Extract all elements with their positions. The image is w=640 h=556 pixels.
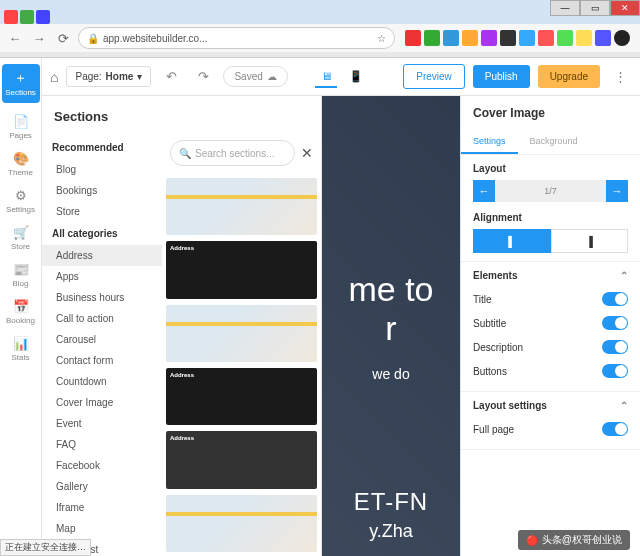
chevron-up-icon[interactable]: ⌃ (620, 400, 628, 411)
sections-list: RecommendedBlogBookingsStoreAll categori… (42, 136, 162, 556)
back-icon[interactable]: ← (6, 29, 24, 47)
ext-icon[interactable] (424, 30, 440, 46)
search-input[interactable]: 🔍 Search sections... (170, 140, 295, 166)
mobile-icon[interactable]: 📱 (345, 66, 367, 88)
rail-icon: 🎨 (13, 150, 29, 166)
section-item[interactable]: Address (42, 245, 162, 266)
section-item[interactable]: Map (42, 518, 162, 539)
section-item[interactable]: Store (42, 201, 162, 222)
section-item[interactable]: Apps (42, 266, 162, 287)
ext-icon[interactable] (405, 30, 421, 46)
preview-card[interactable] (166, 495, 317, 552)
layout-next-button[interactable]: → (606, 180, 628, 202)
ext-icon[interactable] (443, 30, 459, 46)
tab-settings[interactable]: Settings (461, 130, 518, 154)
win-min[interactable]: — (550, 0, 580, 16)
logo-icon: 🔴 (526, 535, 538, 546)
ext-icon[interactable] (481, 30, 497, 46)
ext-icon[interactable] (576, 30, 592, 46)
section-item[interactable]: Carousel (42, 329, 162, 350)
rail-icon: 📅 (13, 298, 29, 314)
avatar-icon[interactable] (614, 30, 630, 46)
rail-item-stats[interactable]: 📊Stats (2, 335, 40, 362)
element-toggle[interactable] (602, 364, 628, 378)
rail-item-theme[interactable]: 🎨Theme (2, 150, 40, 177)
section-item[interactable]: Cover Image (42, 392, 162, 413)
element-label: Buttons (473, 366, 507, 377)
rail-item-sections[interactable]: ＋Sections (2, 64, 40, 103)
fullpage-toggle[interactable] (602, 422, 628, 436)
section-item[interactable]: FAQ (42, 434, 162, 455)
saved-indicator[interactable]: Saved ☁ (223, 66, 287, 87)
rail-item-settings[interactable]: ⚙Settings (2, 187, 40, 214)
chevron-up-icon[interactable]: ⌃ (620, 270, 628, 281)
ext-icon[interactable] (538, 30, 554, 46)
section-item[interactable]: Business hours (42, 287, 162, 308)
section-item[interactable]: Countdown (42, 371, 162, 392)
preview-card[interactable] (166, 305, 317, 362)
align-left-button[interactable]: ▌ (473, 229, 551, 253)
element-toggle[interactable] (602, 340, 628, 354)
tab-background[interactable]: Background (518, 130, 590, 154)
sections-title: Sections (42, 96, 321, 136)
ext-icon[interactable] (595, 30, 611, 46)
ext-icon[interactable] (557, 30, 573, 46)
reload-icon[interactable]: ⟳ (54, 29, 72, 47)
section-item[interactable]: Event (42, 413, 162, 434)
fullpage-label: Full page (473, 424, 514, 435)
bookmark-icon[interactable] (36, 10, 50, 24)
close-icon[interactable]: ✕ (301, 145, 313, 161)
preview-card[interactable]: Address (166, 431, 317, 489)
rail-item-blog[interactable]: 📰Blog (2, 261, 40, 288)
win-max[interactable]: ▭ (580, 0, 610, 16)
section-item[interactable]: Facebook (42, 455, 162, 476)
win-close[interactable]: ✕ (610, 0, 640, 16)
section-item[interactable]: Gallery (42, 476, 162, 497)
publish-button[interactable]: Publish (473, 65, 530, 88)
address-bar[interactable]: 🔒 app.websitebuilder.co... ☆ (78, 27, 395, 49)
layout-prev-button[interactable]: ← (473, 180, 495, 202)
ext-icon[interactable] (462, 30, 478, 46)
preview-card[interactable]: Address (166, 368, 317, 426)
section-item[interactable]: Bookings (42, 180, 162, 201)
align-center-button[interactable]: ▐ (551, 229, 629, 253)
rail-icon: ⚙ (13, 187, 29, 203)
rail-item-booking[interactable]: 📅Booking (2, 298, 40, 325)
lock-icon: 🔒 (87, 33, 99, 44)
star-icon[interactable]: ☆ (377, 33, 386, 44)
search-placeholder: Search sections... (195, 148, 274, 159)
section-item[interactable]: Blog (42, 159, 162, 180)
more-icon[interactable]: ⋮ (608, 65, 632, 89)
page-selector[interactable]: Page: Home ▾ (66, 66, 151, 87)
preview-button[interactable]: Preview (403, 64, 465, 89)
element-toggle[interactable] (602, 316, 628, 330)
bookmark-icon[interactable] (4, 10, 18, 24)
home-icon[interactable]: ⌂ (50, 69, 58, 85)
preview-card[interactable]: Address (166, 241, 317, 299)
section-item[interactable]: Iframe (42, 497, 162, 518)
forward-icon[interactable]: → (30, 29, 48, 47)
upgrade-button[interactable]: Upgrade (538, 65, 600, 88)
search-icon: 🔍 (179, 148, 191, 159)
chevron-down-icon: ▾ (137, 71, 142, 82)
canvas-preview[interactable]: me to r we do ET-FN y.Zha (322, 96, 460, 556)
bookmark-icon[interactable] (20, 10, 34, 24)
right-panel: Cover Image Settings Background Layout ←… (460, 96, 640, 556)
rail-icon: 📰 (13, 261, 29, 277)
rail-item-store[interactable]: 🛒Store (2, 224, 40, 251)
redo-icon[interactable]: ↷ (191, 65, 215, 89)
ext-icon[interactable] (519, 30, 535, 46)
url-text: app.websitebuilder.co... (103, 33, 208, 44)
section-item[interactable]: Call to action (42, 308, 162, 329)
desktop-icon[interactable]: 🖥 (315, 66, 337, 88)
left-rail: ＋Sections📄Pages🎨Theme⚙Settings🛒Store📰Blo… (0, 58, 42, 556)
section-item[interactable]: Contact form (42, 350, 162, 371)
hero-title-2: r (385, 309, 396, 348)
layout-counter: 1/7 (495, 180, 606, 202)
preview-card[interactable] (166, 178, 317, 235)
elements-label: Elements (473, 270, 517, 281)
undo-icon[interactable]: ↶ (159, 65, 183, 89)
element-toggle[interactable] (602, 292, 628, 306)
ext-icon[interactable] (500, 30, 516, 46)
rail-item-pages[interactable]: 📄Pages (2, 113, 40, 140)
